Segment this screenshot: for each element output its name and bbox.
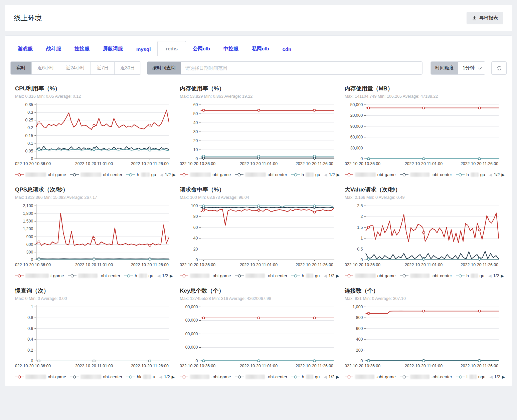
legend-item-teal[interactable]: hgu (124, 273, 153, 278)
svg-text:00,000: 00,000 (185, 332, 198, 336)
legend-next-page-icon[interactable]: ▶ (172, 375, 175, 379)
legend-item-navy[interactable]: -obt-center (400, 273, 452, 278)
legend-next-page-icon[interactable]: ▶ (337, 172, 340, 177)
chart-title: QPS总请求（次/秒） (15, 186, 172, 193)
legend-line-icon (400, 375, 408, 379)
legend-item-red[interactable]: obt-game (345, 273, 396, 278)
tab-挂接服[interactable]: 挂接服 (68, 42, 96, 56)
legend-item-red[interactable]: obt-game (180, 172, 231, 177)
svg-text:0: 0 (360, 359, 363, 363)
legend-line-icon (345, 173, 353, 177)
svg-text:022-10-20 10:36:00: 022-10-20 10:36:00 (345, 161, 380, 166)
tab-cdn[interactable]: cdn (276, 43, 298, 56)
legend-item-red[interactable]: t-game (15, 273, 64, 278)
range-button-近7日[interactable]: 近7日 (91, 62, 114, 74)
legend-prev-page-icon[interactable]: ◀ (157, 274, 160, 278)
svg-text:0.35: 0.35 (25, 102, 33, 107)
tab-中控服[interactable]: 中控服 (217, 42, 245, 56)
svg-text:800: 800 (356, 316, 363, 320)
legend-line-icon (400, 274, 408, 278)
svg-text:0.2: 0.2 (27, 348, 33, 353)
legend-item-teal[interactable]: hku (126, 374, 155, 379)
legend-line-icon (291, 375, 300, 379)
legend-next-page-icon[interactable]: ▶ (336, 375, 339, 379)
legend-item-red[interactable]: -obt-game (180, 273, 231, 278)
legend-item-navy[interactable]: obt-center (235, 172, 287, 177)
legend-item-teal[interactable]: hgu (126, 172, 156, 177)
svg-text:022-10-20 10:36:00: 022-10-20 10:36:00 (15, 161, 51, 166)
legend-item-red[interactable]: obt-game (345, 172, 396, 177)
legend-prev-page-icon[interactable]: ◀ (324, 172, 327, 177)
legend-prev-page-icon[interactable]: ◀ (489, 375, 492, 379)
legend-item-navy[interactable]: -obt-center (400, 172, 452, 177)
granularity-select[interactable]: 1分钟 (458, 62, 485, 74)
legend-item-teal[interactable]: hgu (456, 273, 484, 278)
export-report-button[interactable]: 导出报表 (467, 12, 503, 24)
tab-私网clb[interactable]: 私网clb (245, 42, 276, 56)
svg-text:0.15: 0.15 (25, 133, 33, 138)
legend-next-page-icon[interactable]: ▶ (172, 172, 175, 177)
legend-item-red[interactable]: -obt-game (180, 374, 231, 379)
legend-prev-page-icon[interactable]: ◀ (324, 375, 327, 379)
legend-next-page-icon[interactable]: ▶ (170, 274, 173, 278)
legend-prev-page-icon[interactable]: ◀ (159, 375, 162, 379)
legend-next-page-icon[interactable]: ▶ (502, 375, 505, 379)
range-button-实时[interactable]: 实时 (11, 62, 31, 74)
legend-prev-page-icon[interactable]: ◀ (489, 172, 492, 177)
svg-text:0: 0 (196, 156, 198, 161)
legend-prev-page-icon[interactable]: ◀ (324, 274, 327, 278)
legend-item-teal[interactable]: hgu (291, 273, 320, 278)
legend-next-page-icon[interactable]: ▶ (336, 274, 339, 278)
legend-prev-page-icon[interactable]: ◀ (160, 172, 163, 177)
svg-text:2022-10-20 11:26:00: 2022-10-20 11:26:00 (296, 161, 333, 166)
tab-redis[interactable]: redis (157, 41, 186, 56)
legend-line-icon (70, 375, 79, 379)
svg-text:00,000: 00,000 (185, 345, 198, 350)
legend-item-teal[interactable]: lngu (456, 374, 486, 379)
legend-item-navy[interactable]: -obt-center (235, 273, 288, 278)
tab-游戏服[interactable]: 游戏服 (11, 42, 39, 56)
redacted-name (471, 274, 478, 278)
legend-item-navy[interactable]: -obt-center (68, 273, 120, 278)
redacted-name (25, 274, 49, 278)
granularity-value: 1分钟 (463, 65, 475, 71)
legend-item-red[interactable]: obt-game (15, 374, 66, 379)
legend-line-icon (180, 375, 188, 379)
legend-prev-page-icon[interactable]: ◀ (488, 274, 491, 278)
svg-text:200: 200 (356, 348, 363, 353)
legend-item-teal[interactable]: hgu (291, 374, 320, 379)
legend-label: h (302, 172, 304, 177)
tab-屏蔽词服[interactable]: 屏蔽词服 (96, 42, 130, 56)
legend-item-navy[interactable]: -obt-center (235, 374, 288, 379)
legend-label: -obt-center (267, 374, 288, 379)
tab-战斗服[interactable]: 战斗服 (39, 42, 68, 56)
legend-item-navy[interactable]: obt-center (70, 172, 123, 177)
svg-text:0: 0 (196, 359, 198, 363)
legend-item-navy[interactable]: obt-center (70, 374, 123, 379)
svg-text:2022-10-20 11:01:00: 2022-10-20 11:01:00 (240, 161, 278, 166)
legend-item-red[interactable]: -obt-game (345, 374, 396, 379)
legend-line-icon (291, 173, 300, 177)
tab-公网clb[interactable]: 公网clb (186, 42, 217, 56)
query-by-time-button[interactable]: 按时间查询 (147, 62, 181, 74)
svg-text:0: 0 (31, 258, 33, 262)
redacted-name (245, 375, 265, 379)
legend-next-page-icon[interactable]: ▶ (501, 172, 504, 177)
chart-legend: obt-gameobt-centerhgu◀1/2▶ (180, 172, 337, 177)
redacted-name (190, 375, 209, 379)
legend-item-teal[interactable]: hgu (291, 172, 320, 177)
legend-next-page-icon[interactable]: ▶ (501, 274, 504, 278)
legend-item-teal[interactable]: hgu (456, 172, 485, 177)
date-range-input[interactable] (181, 62, 422, 74)
refresh-icon (496, 65, 502, 71)
svg-text:2022-10-20 11:26:00: 2022-10-20 11:26:00 (296, 364, 333, 368)
tab-mysql[interactable]: mysql (130, 43, 157, 56)
refresh-button[interactable] (491, 61, 507, 75)
main-card: 游戏服战斗服挂接服屏蔽词服mysqlredis公网clb中控服私网clbcdn … (5, 35, 512, 386)
range-button-近6小时[interactable]: 近6小时 (31, 62, 60, 74)
legend-item-red[interactable]: obt-game (15, 172, 66, 177)
range-button-近30日[interactable]: 近30日 (114, 62, 141, 74)
legend-item-navy[interactable]: -obt-center (400, 374, 452, 379)
legend-line-icon (126, 375, 135, 379)
range-button-近24小时[interactable]: 近24小时 (60, 62, 91, 74)
